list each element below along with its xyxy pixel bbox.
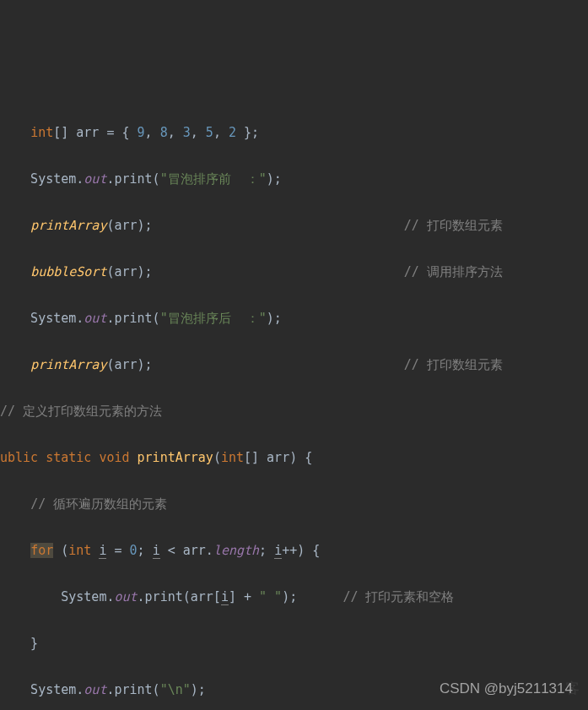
watermark-text: CSDN @byj5211314 <box>440 677 573 701</box>
code-line: System.out.print(arr[i] + " "); // 打印元素和… <box>0 586 588 610</box>
code-line: bubbleSort(arr); // 调用排序方法 <box>0 261 588 285</box>
code-line: System.out.print("冒泡排序前 ："); <box>0 168 588 192</box>
code-line: // 循环遍历数组的元素 <box>0 493 588 517</box>
code-line: printArray(arr); // 打印数组元素 <box>0 354 588 377</box>
code-line: for (int i = 0; i < arr.length; i++) { <box>0 539 588 563</box>
code-line: } <box>0 632 588 656</box>
code-line: printArray(arr); // 打印数组元素 <box>0 214 588 238</box>
highlighted-keyword: for <box>30 543 53 558</box>
code-line: // 定义打印数组元素的方法 <box>0 400 588 424</box>
code-line: System.out.print("冒泡排序后 ："); <box>0 307 588 331</box>
code-line: ublic static void printArray(int[] arr) … <box>0 447 588 470</box>
code-editor[interactable]: int[] arr = { 9, 8, 3, 5, 2 }; System.ou… <box>0 93 588 710</box>
code-line: int[] arr = { 9, 8, 3, 5, 2 }; <box>0 122 588 145</box>
